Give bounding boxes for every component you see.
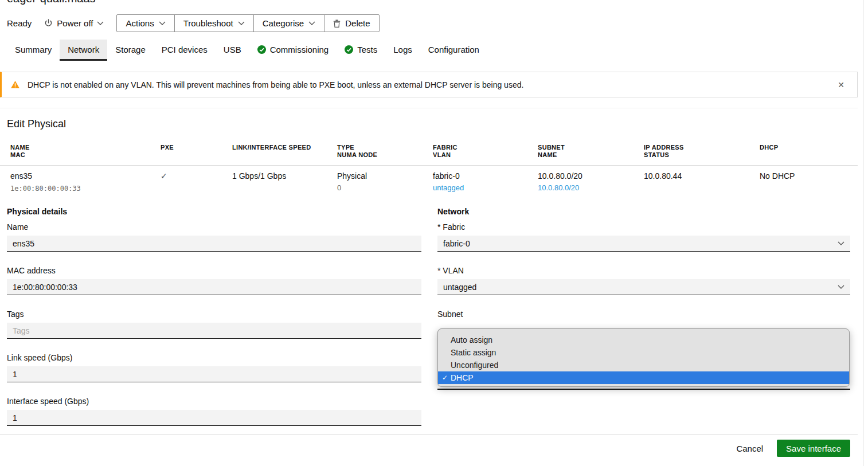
subnet-select-zone: Auto assign Static assign Unconfigured ✓… [437, 323, 850, 414]
cell-type-numa: Physical 0 [337, 171, 433, 193]
warning-icon [11, 81, 19, 88]
mac-field-label: MAC address [7, 266, 421, 275]
chevron-down-icon [308, 21, 315, 25]
tags-field[interactable] [7, 323, 421, 339]
tab-network[interactable]: Network [60, 40, 107, 61]
warning-message: DHCP is not enabled on any VLAN. This wi… [28, 80, 523, 89]
cancel-button[interactable]: Cancel [736, 444, 763, 453]
vlan-link[interactable]: untagged [433, 183, 464, 192]
physical-details-section: Physical details Name MAC address Tags L… [7, 207, 421, 426]
col-header-fabric-vlan: FABRICVLAN [433, 144, 538, 159]
edit-physical-title: Edit Physical [7, 118, 66, 130]
vlan-field-label: * VLAN [437, 266, 850, 275]
form-footer: Cancel Save interface [736, 440, 850, 457]
machine-details-page: eager-quail.maas Ready Power off Actions… [0, 0, 868, 466]
actions-label: Actions [126, 18, 154, 28]
table-row: ens35 1e:00:80:00:00:33 ✓ 1 Gbps/1 Gbps … [0, 166, 858, 193]
edit-physical-panel: Edit Physical NAMEMAC PXE LINK/INTERFACE… [0, 108, 858, 108]
trash-icon [333, 19, 341, 28]
tab-label: Logs [393, 45, 412, 54]
close-icon[interactable]: ✕ [834, 78, 848, 92]
delete-button[interactable]: Delete [324, 15, 378, 32]
col-header-dhcp: DHCP [760, 144, 858, 159]
tab-logs[interactable]: Logs [385, 40, 420, 61]
col-header-pxe: PXE [161, 144, 232, 159]
col-header-ip-status: IP ADDRESSSTATUS [644, 144, 760, 159]
cell-dhcp: No DHCP [760, 171, 858, 193]
tab-storage[interactable]: Storage [107, 40, 154, 61]
name-field-label: Name [7, 222, 421, 232]
power-off-button[interactable]: Power off [44, 18, 104, 28]
cell-fabric-vlan: fabric-0 untagged [433, 171, 538, 193]
chevron-down-icon [838, 241, 844, 245]
power-label: Power off [57, 18, 93, 28]
name-field[interactable] [7, 236, 421, 252]
tab-label: Configuration [428, 45, 479, 54]
edit-interface-form: Physical details Name MAC address Tags L… [7, 207, 850, 426]
cell-subnet-name: 10.0.80.0/20 10.0.80.0/20 [538, 171, 644, 193]
tab-commissioning[interactable]: Commissioning [249, 40, 337, 61]
network-section-title: Network [437, 207, 850, 217]
tab-label: Tests [357, 45, 377, 54]
machine-actions-group: Actions Troubleshoot Categorise Delete [116, 14, 379, 32]
troubleshoot-label: Troubleshoot [183, 18, 233, 28]
col-header-link-speed: LINK/INTERFACE SPEED [232, 144, 337, 159]
interface-table-header: NAMEMAC PXE LINK/INTERFACE SPEED TYPENUM… [0, 144, 858, 166]
delete-label: Delete [345, 18, 370, 28]
chevron-down-icon [838, 285, 844, 289]
machine-status: Ready [7, 18, 32, 28]
interface-name: ens35 [10, 171, 161, 181]
footer-divider [0, 434, 858, 435]
subnet-option-auto-assign[interactable]: Auto assign [438, 334, 849, 346]
chevron-down-icon [97, 21, 104, 25]
tab-pci-devices[interactable]: PCI devices [154, 40, 216, 61]
power-icon [44, 19, 53, 28]
tab-summary[interactable]: Summary [7, 40, 60, 61]
chevron-down-icon [238, 21, 245, 25]
subnet-option-dhcp-label: DHCP [451, 373, 474, 382]
link-speed-field-label: Link speed (Gbps) [7, 353, 421, 362]
actions-button[interactable]: Actions [117, 15, 174, 32]
cell-link-speed: 1 Gbps/1 Gbps [232, 171, 337, 193]
col-header-name-mac: NAMEMAC [10, 144, 161, 159]
pxe-check-icon: ✓ [161, 171, 167, 181]
success-check-icon [257, 45, 266, 54]
subnet-link[interactable]: 10.0.80.0/20 [538, 183, 579, 192]
vlan-select[interactable]: untagged [437, 279, 850, 295]
subnet-option-unconfigured[interactable]: Unconfigured [438, 359, 849, 371]
network-section: Network * Fabric fabric-0 * VLAN untagge… [437, 207, 850, 426]
interface-table: NAMEMAC PXE LINK/INTERFACE SPEED TYPENUM… [0, 144, 858, 193]
subnet-option-static-assign[interactable]: Static assign [438, 346, 849, 359]
tab-label: PCI devices [162, 45, 208, 54]
machine-tabs: Summary Network Storage PCI devices USB … [7, 40, 487, 61]
tab-usb[interactable]: USB [216, 40, 249, 61]
dhcp-warning-banner: DHCP is not enabled on any VLAN. This wi… [0, 72, 858, 97]
link-speed-field[interactable] [7, 366, 421, 382]
troubleshoot-button[interactable]: Troubleshoot [174, 15, 253, 32]
machine-status-bar: Ready Power off Actions Troubleshoot Cat… [7, 14, 380, 32]
subnet-field-label: Subnet [437, 310, 850, 319]
cell-name-mac: ens35 1e:00:80:00:00:33 [10, 171, 161, 193]
cell-pxe: ✓ [161, 171, 232, 193]
subnet-option-dhcp[interactable]: ✓ DHCP [438, 371, 849, 384]
mac-address-field[interactable] [7, 279, 421, 295]
subnet-select-underline [437, 389, 850, 390]
tags-field-label: Tags [7, 310, 421, 319]
tab-label: Summary [15, 45, 52, 54]
save-interface-button[interactable]: Save interface [777, 440, 850, 457]
tab-tests[interactable]: Tests [337, 40, 385, 61]
tab-label: USB [224, 45, 241, 54]
numa-node: 0 [337, 183, 433, 193]
fabric-field-label: * Fabric [437, 222, 850, 232]
interface-speed-field[interactable] [7, 410, 421, 426]
vlan-selected-value: untagged [443, 283, 476, 292]
success-check-icon [345, 45, 353, 54]
fabric-select[interactable]: fabric-0 [437, 236, 850, 252]
fabric-selected-value: fabric-0 [443, 239, 470, 248]
tab-label: Storage [115, 45, 146, 54]
physical-details-title: Physical details [7, 207, 421, 217]
chevron-down-icon [159, 21, 166, 25]
categorise-label: Categorise [263, 18, 304, 28]
categorise-button[interactable]: Categorise [253, 15, 324, 32]
tab-configuration[interactable]: Configuration [420, 40, 487, 61]
